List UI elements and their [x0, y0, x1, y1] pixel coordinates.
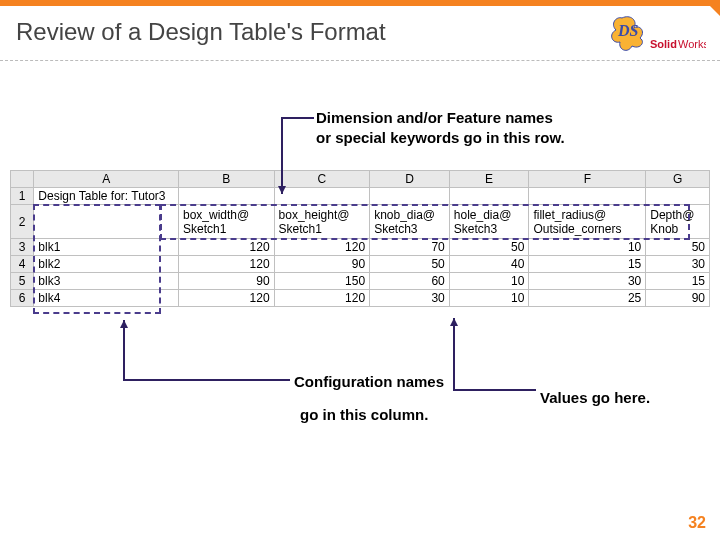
cell: 50 [646, 239, 710, 256]
cell: fillet_radius@Outside_corners [529, 205, 646, 239]
cell: 10 [449, 273, 529, 290]
cell: 120 [178, 290, 274, 307]
svg-marker-2 [120, 320, 128, 328]
connector-left [120, 312, 300, 382]
cell: 15 [529, 256, 646, 273]
design-table: A B C D E F G 1 Design Table for: Tutor3… [10, 170, 710, 307]
cell: knob_dia@Sketch3 [370, 205, 450, 239]
row-header: 1 [11, 188, 34, 205]
cell: hole_dia@Sketch3 [449, 205, 529, 239]
col-header: A [34, 171, 179, 188]
cell: 15 [646, 273, 710, 290]
cell: box_width@Sketch1 [178, 205, 274, 239]
table-row: 4 blk2 120 90 50 40 15 30 [11, 256, 710, 273]
title-underline [0, 60, 720, 61]
top-accent-bar [0, 0, 720, 6]
row-header: 5 [11, 273, 34, 290]
cell: blk1 [34, 239, 179, 256]
cell: Depth@Knob [646, 205, 710, 239]
table-row: 6 blk4 120 120 30 10 25 90 [11, 290, 710, 307]
table-row: 2 box_width@Sketch1 box_height@Sketch1 k… [11, 205, 710, 239]
callout-header-row: Dimension and/or Feature names or specia… [316, 108, 565, 147]
svg-marker-3 [450, 318, 458, 326]
table-corner [11, 171, 34, 188]
cell: 70 [370, 239, 450, 256]
cell: 90 [274, 256, 370, 273]
cell: blk3 [34, 273, 179, 290]
col-header: C [274, 171, 370, 188]
callout-config-column: Configuration names [294, 372, 444, 392]
table-row: 3 blk1 120 120 70 50 10 50 [11, 239, 710, 256]
table-row: 5 blk3 90 150 60 10 30 15 [11, 273, 710, 290]
cell: 50 [370, 256, 450, 273]
cell: 90 [646, 290, 710, 307]
cell: box_height@Sketch1 [274, 205, 370, 239]
cell: 10 [449, 290, 529, 307]
solidworks-logo: DS Solid Works [610, 14, 706, 60]
cell: 25 [529, 290, 646, 307]
cell: 120 [178, 256, 274, 273]
cell: blk2 [34, 256, 179, 273]
cell: 90 [178, 273, 274, 290]
cell: 50 [449, 239, 529, 256]
svg-text:DS: DS [617, 22, 639, 39]
row-header: 2 [11, 205, 34, 239]
col-header: G [646, 171, 710, 188]
cell: 30 [646, 256, 710, 273]
connector-right [440, 310, 550, 395]
logo-text-works: Works [678, 38, 706, 50]
corner-accent [704, 0, 720, 16]
slide-title: Review of a Design Table's Format [16, 18, 600, 46]
row-header: 3 [11, 239, 34, 256]
logo-text-solid: Solid [650, 38, 677, 50]
callout-values: Values go here. [540, 388, 650, 408]
page-number: 32 [688, 514, 706, 532]
row-header: 6 [11, 290, 34, 307]
cell: 120 [274, 290, 370, 307]
cell: 60 [370, 273, 450, 290]
cell: 120 [178, 239, 274, 256]
cell: Design Table for: Tutor3 [34, 188, 179, 205]
row-header: 4 [11, 256, 34, 273]
table-header-row: A B C D E F G [11, 171, 710, 188]
table-row: 1 Design Table for: Tutor3 [11, 188, 710, 205]
callout-config-column-2: go in this column. [300, 405, 428, 425]
cell: 40 [449, 256, 529, 273]
cell: 30 [529, 273, 646, 290]
col-header: F [529, 171, 646, 188]
cell: 150 [274, 273, 370, 290]
col-header: B [178, 171, 274, 188]
col-header: E [449, 171, 529, 188]
cell: 30 [370, 290, 450, 307]
cell: blk4 [34, 290, 179, 307]
cell: 120 [274, 239, 370, 256]
cell: 10 [529, 239, 646, 256]
col-header: D [370, 171, 450, 188]
